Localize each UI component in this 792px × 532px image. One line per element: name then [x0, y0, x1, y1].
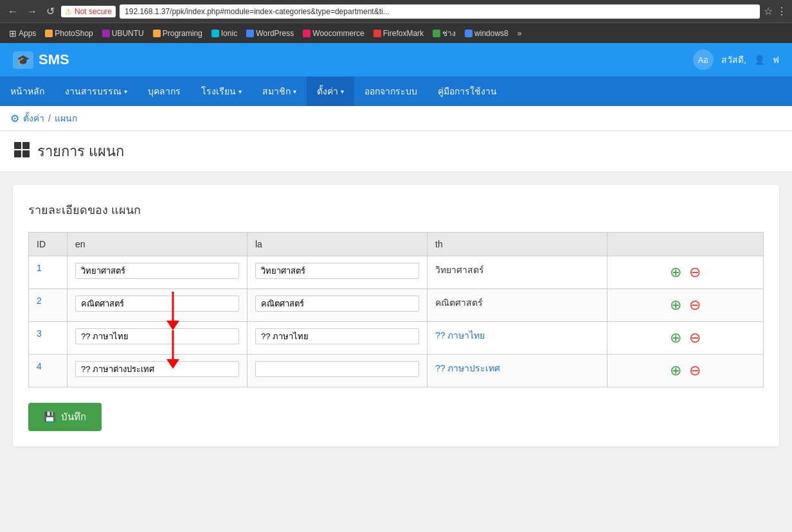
ubuntu-bookmark-icon — [102, 30, 110, 37]
greeting-text: สวัสดี, — [721, 53, 746, 67]
language-button[interactable]: Aอ — [693, 49, 714, 70]
nav-home-label: หน้าหลัก — [10, 84, 44, 98]
nav-documents[interactable]: งานสารบรรณ ▾ — [55, 76, 138, 106]
nav-logout[interactable]: ออกจากระบบ — [354, 76, 428, 106]
table-row: 3 ?? ภาษาไทย ⊕ ⊖ — [29, 322, 764, 355]
user-icon: 👤 — [754, 55, 765, 65]
bookmark-windows8[interactable]: windows8 — [461, 28, 512, 39]
bookmark-wordpress[interactable]: WordPress — [242, 28, 298, 39]
save-icon: 💾 — [44, 411, 56, 423]
row1-th: วิทยาศาสตร์ — [428, 256, 608, 289]
security-badge: ⚠ Not secure — [61, 6, 116, 17]
bookmark-ionic-label: Ionic — [221, 29, 237, 38]
bookmark-programing[interactable]: Programing — [149, 28, 206, 39]
svg-rect-3 — [22, 150, 30, 157]
settings-dropdown-icon: ▾ — [341, 88, 344, 95]
row4-la — [248, 355, 428, 387]
navigation-bar: หน้าหลัก งานสารบรรณ ▾ บุคลากร โรงเรียน ▾… — [0, 76, 792, 106]
row1-la-input[interactable] — [255, 263, 419, 279]
row3-add-button[interactable]: ⊕ — [669, 328, 683, 348]
row4-add-button[interactable]: ⊕ — [669, 361, 683, 380]
save-button[interactable]: 💾 บันทึก — [28, 403, 102, 431]
col-header-id: ID — [29, 233, 68, 256]
refresh-button[interactable]: ↺ — [44, 4, 57, 19]
table-row: 1 วิทยาศาสตร์ ⊕ ⊖ — [29, 256, 764, 289]
app-header: 🎓 SMS Aอ สวัสดี, 👤 ฟ — [0, 43, 792, 76]
menu-icon[interactable]: ⋮ — [777, 5, 787, 17]
row2-la — [248, 289, 428, 322]
page-title-icon — [13, 141, 31, 163]
app-name: SMS — [39, 51, 69, 68]
nav-documents-label: งานสารบรรณ — [65, 84, 122, 98]
row1-en-input[interactable] — [75, 263, 239, 279]
not-secure-label: Not secure — [75, 7, 112, 16]
photoshop-bookmark-icon — [45, 30, 53, 37]
wordpress-bookmark-icon — [246, 30, 254, 37]
save-section: 💾 บันทึก — [28, 403, 764, 431]
row2-th-value: คณิตศาสตร์ — [435, 297, 483, 308]
browser-chrome: ← → ↺ ⚠ Not secure ☆ ⋮ — [0, 0, 792, 22]
row4-en-input[interactable] — [75, 361, 239, 377]
bookmark-apps[interactable]: ⊞ Apps — [5, 27, 40, 40]
warning-icon: ⚠ — [65, 7, 72, 16]
row1-la — [248, 256, 428, 289]
nav-school[interactable]: โรงเรียน ▾ — [191, 76, 252, 106]
row1-actions: ⊕ ⊖ — [608, 256, 764, 289]
row2-remove-button[interactable]: ⊖ — [688, 296, 702, 315]
nav-personnel-label: บุคลากร — [148, 84, 181, 98]
bookmark-ionic[interactable]: Ionic — [208, 28, 241, 39]
bookmark-firefoxmark-label: FirefoxMark — [383, 29, 424, 38]
save-label: บันทึก — [61, 409, 86, 425]
col-header-th: th — [428, 233, 608, 256]
data-table: ID en la th 1 — [28, 232, 764, 387]
page-title-text: รายการ แผนก — [37, 140, 124, 163]
row1-remove-button[interactable]: ⊖ — [688, 263, 702, 282]
nav-settings[interactable]: ตั้งค่า ▾ — [307, 76, 354, 106]
bookmark-chang-label: ช่าง — [442, 27, 456, 39]
members-dropdown-icon: ▾ — [293, 88, 296, 95]
url-bar[interactable] — [120, 4, 760, 19]
row4-remove-button[interactable]: ⊖ — [688, 361, 702, 380]
row2-la-input[interactable] — [255, 296, 419, 312]
app-logo: 🎓 SMS — [13, 51, 69, 69]
row2-add-button[interactable]: ⊕ — [669, 296, 683, 315]
nav-members-label: สมาชิก — [262, 84, 291, 98]
row3-remove-button[interactable]: ⊖ — [688, 328, 702, 348]
nav-manual[interactable]: คู่มือการใช้งาน — [428, 76, 507, 106]
row4-actions: ⊕ ⊖ — [608, 355, 764, 387]
windows8-bookmark-icon — [465, 30, 473, 37]
back-button[interactable]: ← — [5, 4, 21, 19]
row3-id: 3 — [29, 322, 68, 355]
bookmark-firefoxmark[interactable]: FirefoxMark — [370, 28, 428, 39]
nav-home[interactable]: หน้าหลัก — [0, 76, 55, 106]
table-wrapper: ID en la th 1 — [28, 232, 764, 387]
settings-breadcrumb-icon: ⚙ — [10, 112, 19, 125]
row4-th: ?? ภาษาประเทศ — [428, 355, 608, 387]
firefoxmark-bookmark-icon — [374, 30, 381, 37]
svg-rect-0 — [14, 142, 21, 149]
nav-settings-label: ตั้งค่า — [317, 84, 338, 98]
bookmark-woocommerce[interactable]: Woocommerce — [299, 28, 368, 39]
star-icon[interactable]: ☆ — [764, 5, 773, 17]
bookmark-more[interactable]: » — [514, 28, 526, 39]
row3-en — [68, 322, 248, 355]
nav-personnel[interactable]: บุคลากร — [138, 76, 191, 106]
bookmark-chang[interactable]: ช่าง — [429, 26, 460, 40]
breadcrumb-department: แผนก — [55, 111, 77, 125]
card-title: รายละเอียดของ แผนก — [28, 200, 764, 219]
row3-la-input[interactable] — [255, 328, 419, 344]
forward-button[interactable]: → — [24, 4, 40, 19]
col-header-en: en — [68, 233, 248, 256]
nav-members[interactable]: สมาชิก ▾ — [252, 76, 307, 106]
breadcrumb-settings[interactable]: ตั้งค่า — [23, 111, 44, 125]
chang-bookmark-icon — [433, 30, 440, 37]
bookmark-photoshop[interactable]: PhotoShop — [41, 28, 96, 39]
bookmark-ubuntu[interactable]: UBUNTU — [98, 28, 148, 39]
row2-en-input[interactable] — [75, 296, 239, 312]
grid-icon: ⊞ — [9, 28, 17, 39]
row4-la-input[interactable] — [255, 361, 419, 377]
row3-en-input[interactable] — [75, 328, 239, 344]
col-header-actions — [608, 233, 764, 256]
row1-add-button[interactable]: ⊕ — [669, 263, 683, 282]
svg-rect-2 — [14, 150, 21, 157]
